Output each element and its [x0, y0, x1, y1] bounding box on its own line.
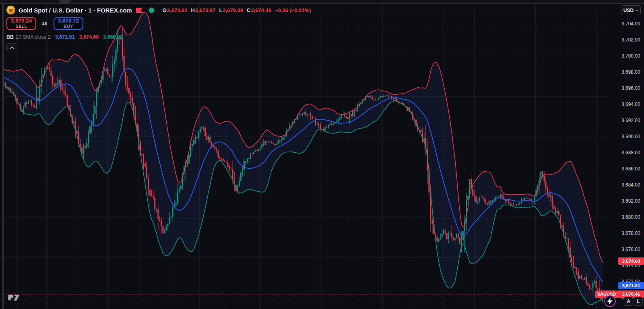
close-label: C	[247, 7, 250, 13]
price-tick-label: 3,694.00	[621, 102, 640, 107]
close-value: 3,670.46	[251, 7, 271, 13]
price-tick-label: 3,680.00	[621, 214, 640, 220]
currency-selector-button[interactable]: USD	[621, 5, 641, 15]
spread-value: 48	[39, 21, 50, 26]
indicator-name: BB	[6, 34, 14, 40]
low-label: L	[219, 7, 222, 13]
flag-icon[interactable]	[136, 8, 143, 13]
bb-basis-value: 3,671.51	[55, 34, 75, 40]
price-tick-label: 3,686.00	[621, 166, 640, 172]
open-value: 3,670.82	[167, 7, 188, 13]
change-value: −0.36 (−0.01%)	[275, 7, 311, 13]
bb-upper-price-label: 3,674.60	[618, 257, 644, 265]
symbol-title[interactable]: Gold Spot / U.S. Dollar · 1 · FOREX.com	[19, 7, 132, 14]
chart-legend: Gold Spot / U.S. Dollar · 1 · FOREX.com …	[6, 5, 311, 52]
currency-label: USD	[623, 8, 634, 13]
quick-trade-button[interactable]	[604, 295, 616, 307]
ohlc-readout: O3,670.82 H3,670.87 L3,670.39 C3,670.46 …	[163, 7, 311, 13]
market-open-status-icon[interactable]	[148, 6, 155, 14]
indicator-legend-row[interactable]: BB 20 SMA close 2 3,671.51 3,674.60 3,66…	[6, 34, 311, 40]
tradingview-logo-icon	[7, 293, 21, 302]
buy-label: BUY	[64, 24, 73, 29]
price-tick-label: 3,682.00	[621, 198, 640, 204]
tradingview-chart-window: Gold Spot / U.S. Dollar · 1 · FOREX.com …	[0, 0, 644, 309]
symbol-logo-icon	[6, 6, 15, 15]
sell-price: 3,670.24	[11, 18, 32, 24]
price-tick-label: 3,678.00	[621, 230, 640, 236]
price-tick-label: 3,704.00	[621, 21, 640, 27]
price-tick-label: 3,696.00	[621, 85, 640, 91]
bb-lower-value: 3,668.43	[103, 34, 123, 40]
chevron-down-icon	[635, 9, 638, 11]
bb-basis-price-label: 3,671.51	[618, 282, 644, 289]
price-tick-label: 3,698.00	[621, 69, 640, 75]
sell-button[interactable]: 3,670.24 SELL	[6, 17, 36, 30]
price-tick-label: 3,676.00	[621, 247, 640, 252]
lightning-icon	[607, 298, 613, 305]
trade-panel: 3,670.24 SELL 48 3,670.72 BUY	[6, 17, 311, 30]
symbol-row: Gold Spot / U.S. Dollar · 1 · FOREX.com …	[6, 5, 311, 15]
open-label: O	[163, 7, 167, 13]
price-tick-label: 3,690.00	[621, 134, 640, 139]
high-value: 3,670.87	[195, 7, 216, 13]
legend-collapse-button[interactable]	[6, 43, 17, 52]
auto-scale-button[interactable]: A	[624, 297, 633, 306]
price-axis[interactable]: USD 3,704.003,702.003,700.003,698.003,69…	[607, 0, 644, 309]
buy-price: 3,670.72	[58, 18, 79, 24]
log-scale-button[interactable]: L	[634, 297, 643, 306]
chevron-up-icon	[10, 46, 14, 49]
price-tick-label: 3,700.00	[621, 53, 640, 59]
price-tick-label: 3,702.00	[621, 37, 640, 43]
buy-button[interactable]: 3,670.72 BUY	[54, 17, 83, 30]
price-tick-label: 3,688.00	[621, 150, 640, 156]
high-label: H	[191, 7, 194, 13]
indicator-params: 20 SMA close 2	[16, 34, 51, 40]
sell-label: SELL	[16, 24, 27, 29]
low-value: 3,670.39	[223, 7, 243, 13]
price-tick-label: 3,684.00	[621, 182, 640, 188]
tradingview-watermark[interactable]	[7, 293, 21, 303]
price-tick-label: 3,692.00	[621, 118, 640, 123]
bb-upper-value: 3,674.60	[79, 34, 99, 40]
